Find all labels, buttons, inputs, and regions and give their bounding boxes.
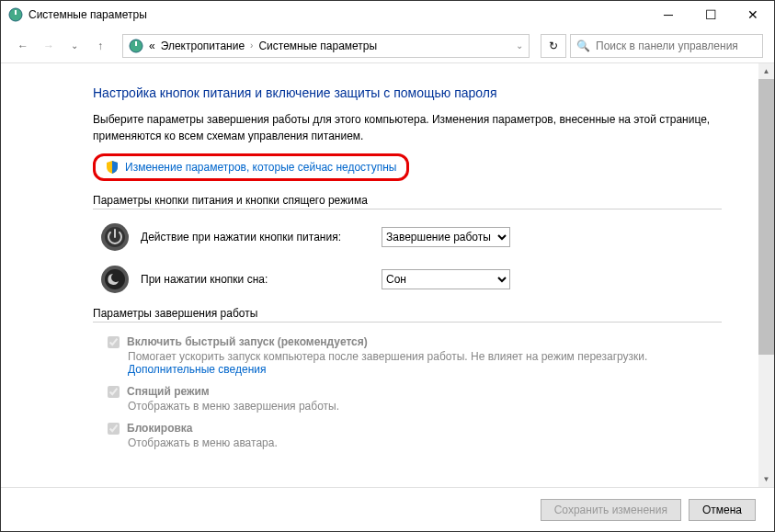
search-icon: 🔍	[576, 40, 590, 52]
close-button[interactable]: ✕	[732, 1, 774, 28]
sleep-button-icon	[100, 265, 130, 294]
fastboot-label: Включить быстрый запуск (рекомендуется)	[127, 335, 368, 348]
lock-desc: Отображать в меню аватара.	[93, 436, 722, 449]
cancel-button[interactable]: Отмена	[689, 499, 756, 521]
scrollbar[interactable]: ▲ ▼	[758, 63, 774, 487]
more-info-link[interactable]: Дополнительные сведения	[128, 363, 266, 376]
save-button: Сохранить изменения	[541, 499, 681, 521]
section-header-shutdown: Параметры завершения работы	[93, 307, 722, 323]
lock-label: Блокировка	[127, 422, 193, 435]
power-button-label: Действие при нажатии кнопки питания:	[141, 231, 370, 243]
breadcrumb-item[interactable]: Электропитание	[161, 40, 245, 52]
shield-icon	[105, 160, 120, 175]
svg-rect-1	[15, 10, 17, 15]
svg-point-7	[105, 269, 125, 289]
sleep-checkbox	[108, 386, 120, 398]
up-button[interactable]: ↑	[89, 35, 111, 57]
power-options-icon	[8, 7, 23, 22]
back-button[interactable]: ←	[12, 35, 34, 57]
sleep-mode-label: Спящий режим	[127, 385, 210, 398]
power-button-select[interactable]: Завершение работы	[382, 227, 510, 247]
forward-button[interactable]: →	[38, 35, 60, 57]
scroll-down-icon[interactable]: ▼	[758, 471, 774, 487]
lock-checkbox	[108, 423, 120, 435]
section-header-buttons: Параметры кнопки питания и кнопки спящег…	[93, 194, 722, 209]
scroll-up-icon[interactable]: ▲	[758, 63, 774, 79]
fastboot-checkbox	[108, 336, 120, 348]
search-box[interactable]: 🔍	[570, 34, 763, 58]
address-bar[interactable]: « Электропитание › Системные параметры ⌄	[122, 34, 530, 58]
power-options-icon	[129, 39, 143, 53]
window-title: Системные параметры	[28, 8, 647, 21]
minimize-button[interactable]: ─	[647, 1, 690, 28]
svg-rect-3	[135, 41, 137, 46]
sleep-mode-desc: Отображать в меню завершения работы.	[93, 400, 722, 413]
history-dropdown[interactable]: ⌄	[63, 35, 85, 57]
search-input[interactable]	[596, 40, 757, 52]
page-title: Настройка кнопок питания и включение защ…	[93, 85, 722, 100]
power-button-icon	[100, 222, 130, 252]
scrollbar-thumb[interactable]	[758, 79, 774, 355]
address-dropdown-icon[interactable]: ⌄	[516, 40, 523, 51]
change-settings-link[interactable]: Изменение параметров, которые сейчас нед…	[125, 161, 397, 174]
maximize-button[interactable]: ☐	[690, 1, 732, 28]
sleep-button-select[interactable]: Сон	[382, 269, 510, 289]
refresh-button[interactable]: ↻	[541, 34, 566, 58]
breadcrumb-item[interactable]: Системные параметры	[258, 40, 377, 52]
chevron-right-icon: ›	[250, 40, 253, 51]
intro-text: Выберите параметры завершения работы для…	[93, 111, 722, 144]
change-settings-link-highlighted[interactable]: Изменение параметров, которые сейчас нед…	[93, 153, 409, 181]
breadcrumb-prefix: «	[149, 40, 155, 52]
sleep-button-label: При нажатии кнопки сна:	[141, 273, 370, 286]
fastboot-desc: Помогает ускорить запуск компьютера посл…	[93, 350, 722, 376]
